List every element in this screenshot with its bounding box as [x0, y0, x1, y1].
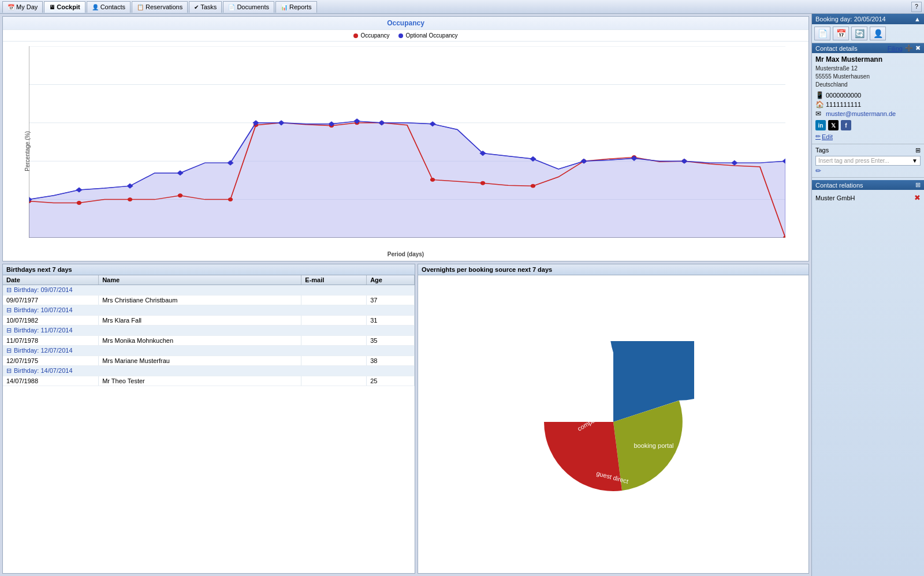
cockpit-icon: 🖥	[49, 4, 55, 10]
birthday-group-icon: ⊟	[6, 347, 12, 354]
birthday-group-row: ⊟Birthday: 09/07/2014	[3, 285, 415, 296]
contact-details-body: Mr Max Mustermann Musterstraße 12 55555 …	[812, 53, 924, 144]
col-date: Date	[3, 275, 99, 285]
tab-cockpit[interactable]: 🖥 Cockpit	[44, 1, 85, 13]
sidebar-icon-3[interactable]: 🔄	[851, 27, 867, 40]
contact-details-title-row: Contact details	[815, 45, 858, 52]
pie-container: company booking portal guest direct	[418, 275, 808, 568]
tab-my-day[interactable]: 📅 My Day	[2, 1, 43, 13]
tags-section: Tags ⊞ Insert tag and press Enter... ▼ ✏	[812, 144, 924, 177]
col-age: Age	[367, 275, 415, 285]
table-row[interactable]: 09/07/1977 Mrs Christiane Christbaum 37	[3, 296, 415, 305]
bottom-panels: Birthdays next 7 days Date Name E-mail A…	[2, 264, 809, 574]
documents-icon: 📄	[228, 4, 235, 10]
svg-point-31	[178, 194, 182, 197]
contact-relations-section: Contact relations ⊞ Muster GmbH ✖	[812, 177, 924, 205]
birthday-table: Date Name E-mail Age ⊟Birthday: 09/07/20…	[3, 275, 415, 386]
table-row[interactable]: 10/07/1982 Mrs Klara Fall 31	[3, 316, 415, 326]
twitter-x-icon[interactable]: 𝕏	[828, 120, 839, 130]
social-icons: in 𝕏 f	[815, 120, 921, 130]
svg-point-39	[531, 184, 535, 188]
tag-pencil-row: ✏	[815, 166, 921, 175]
sidebar-icon-2[interactable]: 📅	[833, 27, 849, 40]
overnights-panel: Overnights per booking source next 7 day…	[418, 264, 809, 574]
birthday-group-icon: ⊟	[6, 286, 12, 293]
legend-optional-occupancy: Optional Occupancy	[398, 32, 457, 39]
contact-phone-row: 📱 0000000000	[815, 91, 921, 99]
tab-tasks[interactable]: ✔ Tasks	[189, 1, 222, 13]
tab-contacts[interactable]: 👤 Contacts	[87, 1, 131, 13]
occupancy-chart-section: Occupancy Occupancy Optional Occupancy P…	[2, 16, 809, 261]
birthday-panel-title: Birthdays next 7 days	[3, 264, 415, 275]
birthday-group-icon: ⊟	[6, 306, 12, 313]
contact-email-link[interactable]: muster@mustermann.de	[826, 110, 896, 117]
tab-reports[interactable]: 📊 Reports	[275, 1, 317, 13]
facebook-icon[interactable]: f	[841, 120, 851, 130]
birthday-panel: Birthdays next 7 days Date Name E-mail A…	[2, 264, 415, 574]
birthday-group-row: ⊟Birthday: 11/07/2014	[3, 326, 415, 336]
sidebar-action-icons: 📄 📅 🔄 👤	[812, 24, 924, 43]
contact-address: Musterstraße 12 55555 Musterhausen Deuts…	[815, 65, 921, 89]
svg-point-37	[430, 178, 434, 181]
contacts-icon: 👤	[92, 4, 99, 10]
tab-documents[interactable]: 📄 Documents	[223, 1, 274, 13]
tags-dropdown-icon[interactable]: ▼	[912, 158, 918, 164]
chart-y-label: Percentage (%)	[24, 131, 31, 171]
chart-svg: 100 80 60 40 20 0 09/07/2014 11/07/2014 …	[29, 46, 785, 238]
legend-dot-optional	[398, 33, 403, 38]
pie-chart-svg: company booking portal guest direct	[532, 341, 694, 503]
contact-mobile-row: 🏠 1111111111	[815, 100, 921, 109]
contact-relations-list: Muster GmbH ✖	[815, 190, 921, 203]
col-email: E-mail	[301, 275, 367, 285]
legend-dot-occupancy	[353, 33, 358, 38]
phone-icon: 📱	[815, 91, 824, 99]
right-sidebar: Booking day: 20/05/2014 ▲ 📄 📅 🔄 👤 Contac…	[811, 14, 924, 576]
svg-point-32	[228, 198, 232, 201]
table-row[interactable]: 12/07/1975 Mrs Mariane Musterfrau 38	[3, 356, 415, 366]
contact-relations-title: Contact relations ⊞	[812, 180, 924, 190]
sidebar-icon-1[interactable]: 📄	[814, 27, 830, 40]
tags-input[interactable]: Insert tag and press Enter... ▼	[815, 156, 921, 166]
reservations-icon: 📋	[137, 4, 144, 10]
pie-segment-guest-direct	[544, 422, 622, 491]
main-layout: Occupancy Occupancy Optional Occupancy P…	[0, 14, 924, 576]
legend-occupancy: Occupancy	[353, 32, 389, 39]
table-row[interactable]: 14/07/1988 Mr Theo Tester 25	[3, 376, 415, 386]
label-booking-portal: booking portal	[634, 442, 673, 449]
edit-pencil-icon: ✏	[815, 133, 821, 140]
relation-item-muster-gmbh: Muster GmbH ✖	[815, 192, 921, 203]
relations-expand-icon[interactable]: ⊞	[915, 181, 921, 189]
overnights-panel-title: Overnights per booking source next 7 day…	[418, 264, 808, 275]
linkedin-icon[interactable]: in	[815, 120, 826, 130]
chart-legend: Occupancy Optional Occupancy	[3, 30, 808, 42]
content-area: Occupancy Occupancy Optional Occupancy P…	[0, 14, 811, 576]
svg-point-29	[77, 201, 81, 205]
remove-relation-button[interactable]: ✖	[914, 193, 921, 202]
contact-details-section-title: Contact details Filing ➕ ✖	[812, 43, 924, 53]
sidebar-icon-4[interactable]: 👤	[870, 27, 886, 40]
table-row[interactable]: 11/07/1978 Mrs Monika Mohnkuchen 35	[3, 336, 415, 346]
birthday-group-icon: ⊟	[6, 327, 12, 334]
tasks-icon: ✔	[194, 4, 199, 10]
tags-title: Tags ⊞	[815, 147, 921, 154]
birthday-group-icon: ⊟	[6, 367, 12, 374]
filing-controls: Filing ➕ ✖	[888, 44, 921, 52]
svg-point-38	[480, 181, 485, 185]
birthday-group-row: ⊟Birthday: 12/07/2014	[3, 346, 415, 356]
tags-expand-icon[interactable]: ⊞	[915, 147, 921, 154]
col-name: Name	[99, 275, 301, 285]
reports-icon: 📊	[281, 4, 288, 10]
home-icon: 🏠	[815, 100, 824, 109]
contact-name: Mr Max Mustermann	[815, 55, 921, 63]
chart-title: Occupancy	[3, 17, 808, 30]
chart-canvas-container: Percentage (%) Period (days) 100 80 60 4…	[3, 42, 808, 261]
tab-reservations[interactable]: 📋 Reservations	[132, 1, 188, 13]
birthday-group-row: ⊟Birthday: 14/07/2014	[3, 366, 415, 376]
top-navigation: 📅 My Day 🖥 Cockpit 👤 Contacts 📋 Reservat…	[0, 0, 924, 14]
help-button[interactable]: ?	[911, 2, 922, 12]
tag-icon: ✏	[815, 167, 821, 175]
email-icon: ✉	[815, 110, 824, 118]
my-day-icon: 📅	[8, 4, 14, 10]
booking-day-bar: Booking day: 20/05/2014 ▲	[812, 14, 924, 24]
edit-link[interactable]: ✏ Edit	[815, 133, 921, 140]
